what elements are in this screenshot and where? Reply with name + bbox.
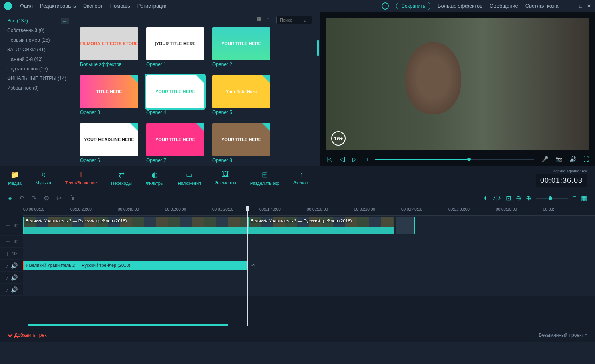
mute-icon[interactable]: 🔊 [11, 262, 18, 269]
sidebar-item-6[interactable]: ФИНАЛЬНЫЕ ТИТРЫ (14) [7, 74, 72, 83]
eye-icon[interactable]: 👁 [12, 250, 17, 257]
title-preset-8[interactable]: YOUR TITLE HEREOpener 8 [212, 123, 270, 163]
add-track-button[interactable]: ⊕ Добавить трек [8, 332, 46, 338]
light-skin-link[interactable]: Светлая кожа [525, 3, 559, 9]
sidebar-item-0[interactable]: Все (137)← [7, 16, 72, 26]
audio-track-1-body[interactable]: ♪ Великий Уравнитель 2 — Русский трейлер… [23, 260, 595, 271]
title-preset-2[interactable]: YOUR TITLE HEREOpener 2 [212, 27, 270, 67]
menu-edit[interactable]: Редактировать [40, 3, 76, 9]
preset-label: Opener 3 [80, 110, 138, 115]
zoom-in-icon[interactable]: ⊕ [526, 194, 531, 202]
scrollbar[interactable] [317, 40, 319, 56]
tab-3[interactable]: ⇄Переходы [111, 170, 132, 186]
zoom-slider[interactable] [536, 198, 568, 199]
tab-5[interactable]: ▭Наложения [178, 170, 201, 186]
audio-track-icon: ♪ [6, 286, 8, 293]
search-icon[interactable]: ⌕ [304, 18, 307, 22]
goto-start-icon[interactable]: |◁ [326, 156, 332, 162]
zoom-out-icon[interactable]: ⊖ [516, 194, 521, 202]
prev-frame-icon[interactable]: ◁| [340, 156, 346, 162]
delete-icon[interactable]: 🗑 [69, 194, 75, 202]
volume-icon[interactable]: 🔊 [569, 156, 576, 162]
fullscreen-icon[interactable]: ⛶ [583, 156, 589, 162]
fit-icon[interactable]: ⊡ [506, 194, 511, 202]
save-button[interactable]: Сохранить [396, 2, 430, 10]
grid-view-icon[interactable]: ▦ [257, 16, 263, 22]
tab-2[interactable]: TТекст/Значение [65, 170, 97, 186]
ruler-mark: 00:01:00:00 [165, 207, 186, 212]
eye-icon[interactable]: 👁 [13, 222, 18, 229]
list-view-icon[interactable]: ≡ [267, 16, 273, 22]
video-clip-2[interactable]: Великий Уравнитель 2 — Русский трейлер (… [248, 217, 394, 234]
tab-7[interactable]: ⊞Разделить экр [250, 170, 279, 186]
list-icon[interactable]: ≡ [573, 194, 576, 202]
preview-video[interactable]: 16+ [326, 18, 589, 150]
tab-0[interactable]: 📁Медиа [8, 170, 22, 186]
title-preset-4[interactable]: YOUR TITLE HEREOpener 4 [146, 75, 204, 115]
sidebar-item-2[interactable]: Первый номер (25) [7, 35, 72, 45]
mute-icon[interactable]: 🔊 [11, 274, 18, 281]
collapse-icon[interactable]: ← [61, 18, 69, 24]
sidebar-item-3[interactable]: ЗАГОЛОВКИ (41) [7, 45, 72, 54]
sidebar-item-7[interactable]: Избранное (0) [7, 83, 72, 93]
maximize-icon[interactable]: □ [579, 3, 582, 9]
play-icon[interactable]: ▷ [352, 156, 357, 162]
sidebar-item-4[interactable]: Нижний 3-й (42) [7, 54, 72, 64]
download-badge-icon [196, 123, 204, 131]
horizontal-scrollbar[interactable] [28, 324, 228, 326]
menu-help[interactable]: Помощь [110, 3, 130, 9]
time-ruler[interactable]: 00:00:00:0000:00:20:0000:00:40:0000:01:0… [23, 206, 595, 216]
timecode-display[interactable]: 00:01:36.03 [536, 174, 587, 187]
search-box[interactable]: ⌕ [276, 16, 312, 24]
audio-mix-icon[interactable]: ♪|♪ [493, 194, 501, 202]
close-icon[interactable]: ✕ [587, 3, 591, 9]
stop-icon[interactable]: □ [364, 156, 367, 162]
title-preset-7[interactable]: YOUR TITLE HEREOpener 7 [146, 123, 204, 163]
manage-icon[interactable]: ▦ [581, 194, 587, 202]
playhead[interactable] [247, 206, 248, 326]
more-effects-link[interactable]: Больше эффектов [438, 3, 482, 9]
video-track-1-body[interactable]: Великий Уравнитель 2 — Русский трейлер (… [23, 216, 595, 235]
search-input[interactable] [280, 18, 304, 22]
render-icon[interactable]: ✦ [483, 194, 488, 202]
preset-label: Opener 8 [212, 158, 270, 163]
mute-icon[interactable]: 🔊 [11, 286, 18, 293]
menu-file[interactable]: Файл [20, 3, 33, 9]
tab-1[interactable]: ♫Музыка [36, 170, 51, 186]
menu-register[interactable]: Регистрация [137, 3, 168, 9]
settings-icon[interactable]: ⚙ [44, 194, 49, 202]
download-badge-icon [196, 75, 204, 83]
tab-icon: 📁 [10, 170, 19, 179]
title-preset-6[interactable]: YOUR HEADLINE HEREOpener 6 [80, 123, 138, 163]
minimize-icon[interactable]: ― [570, 3, 575, 9]
marker-icon[interactable]: ◈ [8, 195, 12, 201]
sidebar-item-5[interactable]: Подзаголовок (15) [7, 64, 72, 74]
title-preset-0[interactable]: FILMORA EFFECTS STOREБольше эффектов [80, 27, 138, 67]
mic-icon[interactable]: 🎤 [541, 156, 548, 162]
progress-bar[interactable] [375, 159, 534, 160]
ruler-mark: 00:02:40:00 [401, 207, 422, 212]
snapshot-icon[interactable]: 📷 [555, 156, 562, 162]
cut-marker-icon[interactable]: ✂ [251, 262, 255, 268]
title-preset-1[interactable]: |YOUR TITLE HEREOpener 1 [146, 27, 204, 67]
video-clip-1[interactable]: Великий Уравнитель 2 — Русский трейлер (… [23, 217, 247, 234]
tab-6[interactable]: 🖼Элементы [215, 170, 236, 186]
redo-icon[interactable]: ↷ [31, 194, 36, 202]
message-link[interactable]: Сообщение [490, 3, 518, 9]
user-icon[interactable] [382, 2, 389, 10]
title-preset-5[interactable]: Your Title HereOpener 5 [212, 75, 270, 115]
cut-icon[interactable]: ✂ [56, 194, 62, 202]
video-clip-3[interactable] [396, 217, 415, 234]
tab-8[interactable]: ↑Экспорт [293, 170, 310, 186]
tab-4[interactable]: ◐Фильтры [146, 170, 164, 186]
sidebar-item-1[interactable]: Собственный (0) [7, 26, 72, 35]
undo-icon[interactable]: ↶ [19, 194, 24, 202]
title-preset-3[interactable]: TITLE HEREOpener 3 [80, 75, 138, 115]
tab-label: Текст/Значение [65, 180, 97, 185]
thumbnail-grid-area: ▦ ≡ ⌕ FILMORA EFFECTS STOREБольше эффект… [72, 12, 320, 166]
tab-label: Медиа [8, 181, 22, 186]
eye-icon[interactable]: 👁 [13, 238, 18, 245]
audio-clip-1[interactable]: ♪ Великий Уравнитель 2 — Русский трейлер… [23, 261, 247, 270]
menu-export[interactable]: Экспорт [83, 3, 103, 9]
main-menu: Файл Редактировать Экспорт Помощь Регист… [20, 3, 168, 9]
